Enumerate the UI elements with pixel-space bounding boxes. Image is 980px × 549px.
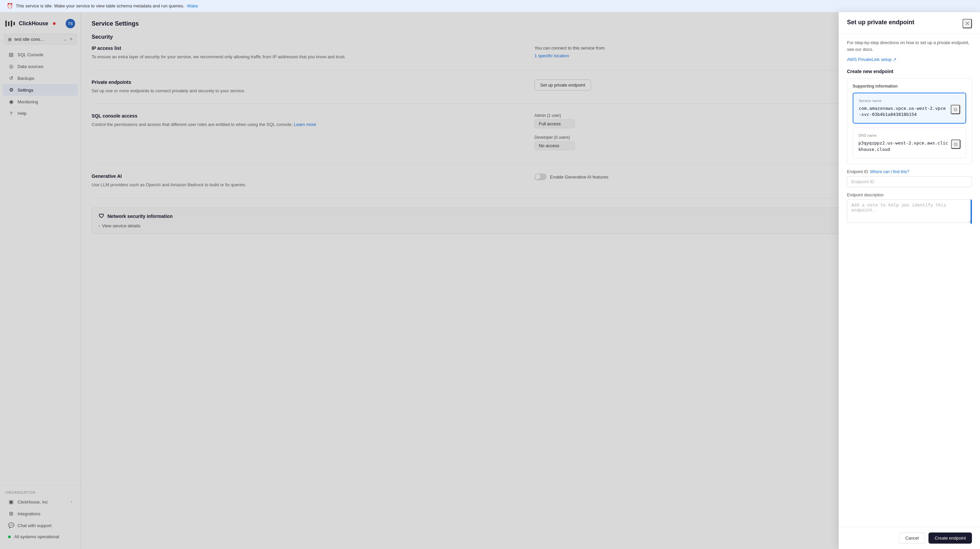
endpoint-desc-textarea[interactable]	[847, 199, 972, 223]
panel-desc: For step-by-step directions on how to se…	[847, 40, 972, 53]
create-endpoint-button[interactable]: Create endpoint	[929, 533, 972, 544]
create-endpoint-title: Create new endpoint	[847, 69, 972, 74]
panel-header: Set up private endpoint ✕	[839, 12, 980, 34]
panel-body: For step-by-step directions on how to se…	[839, 34, 980, 527]
supporting-info-label: Supporting information	[853, 84, 966, 89]
service-name-value: com.amazonaws.vpce.us-west-2.vpce-svc-03…	[859, 105, 948, 118]
where-find-link[interactable]: Where can I find this?	[870, 169, 909, 174]
panel-close-button[interactable]: ✕	[963, 19, 972, 28]
banner-icon: ⏰	[7, 3, 13, 9]
external-link-icon: ↗	[893, 57, 896, 62]
dns-name-value: p3qyqzppz2.us-west-2.vpce.aws.clickhouse…	[858, 140, 948, 152]
banner-text: This service is idle. Wake your service …	[16, 3, 184, 8]
copy-service-name-button[interactable]: ⧉	[951, 105, 960, 114]
copy-dns-name-button[interactable]: ⧉	[951, 140, 961, 149]
endpoint-id-input[interactable]	[847, 176, 972, 187]
dns-name-field-label: DNS name	[858, 134, 961, 137]
endpoint-desc-label: Endpoint description	[847, 193, 972, 197]
supporting-info-card: Supporting information Service name com.…	[847, 78, 972, 164]
endpoint-desc-group: Endpoint description	[847, 193, 972, 224]
overlay-backdrop[interactable]	[0, 12, 980, 549]
service-name-row: com.amazonaws.vpce.us-west-2.vpce-svc-03…	[859, 105, 960, 118]
panel-footer: Cancel Create endpoint	[839, 527, 980, 549]
service-name-field-label: Service name	[859, 99, 960, 103]
textarea-container	[847, 199, 972, 224]
endpoint-id-label: Endpoint ID Where can I find this?	[847, 169, 972, 174]
top-banner: ⏰ This service is idle. Wake your servic…	[0, 0, 980, 12]
panel-title: Set up private endpoint	[847, 19, 914, 26]
dns-name-row: p3qyqzppz2.us-west-2.vpce.aws.clickhouse…	[858, 140, 961, 152]
endpoint-id-group: Endpoint ID Where can I find this?	[847, 169, 972, 187]
right-panel: Set up private endpoint ✕ For step-by-st…	[838, 12, 980, 549]
aws-privatelink-link[interactable]: AWS PrivateLink setup ↗	[847, 57, 896, 62]
dns-name-card: DNS name p3qyqzppz2.us-west-2.vpce.aws.c…	[853, 128, 966, 158]
cancel-button[interactable]: Cancel	[899, 533, 925, 544]
service-name-card: Service name com.amazonaws.vpce.us-west-…	[853, 92, 966, 124]
banner-wake-link[interactable]: Wake	[187, 3, 198, 8]
